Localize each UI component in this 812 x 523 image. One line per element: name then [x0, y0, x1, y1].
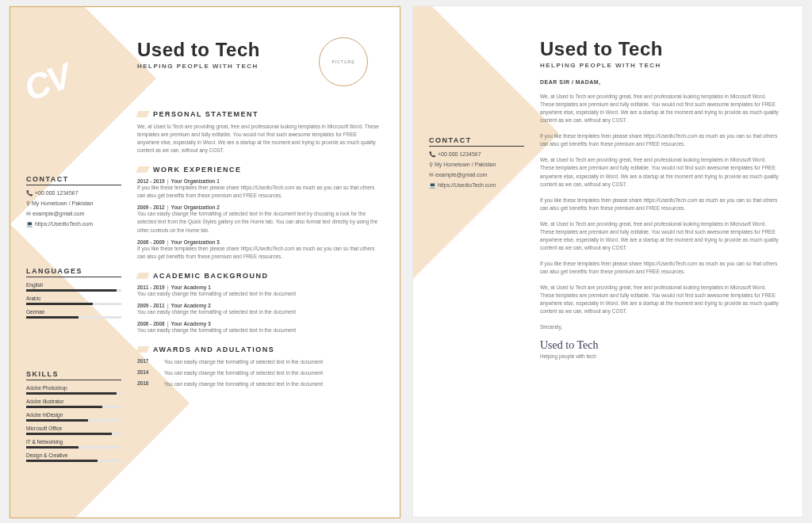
academic-entry-head: 2011 - 2019|Your Academy 1 [137, 284, 379, 290]
closing: Sincerely, [540, 323, 779, 331]
signature: Used to Tech [540, 339, 779, 352]
language-item: German [26, 309, 121, 319]
cover-paragraph: If you like these templates then please … [540, 260, 779, 276]
work-entry-head: 2009 - 2012|Your Organization 2 [137, 204, 379, 210]
cover-paragraph: We, at Used to Tech are providing great,… [540, 156, 779, 188]
work-entry-body: You can easily change the formatting of … [137, 210, 379, 234]
section-heading: SKILLS [26, 370, 121, 380]
skill-item: Adobe InDesign [26, 412, 121, 422]
contact-web: 💻 https://UsedtoTech.com [26, 221, 121, 227]
contact-location: ⚲ My Hometown / Pakistan [429, 162, 524, 168]
academic-entry-body: You can easily change the formatting of … [137, 308, 379, 316]
greeting: DEAR SIR / MADAM, [540, 79, 779, 85]
skill-item: Adobe Photoshop [26, 385, 121, 395]
work-experience: WORK EXPERIENCE 2012 - 2019|Your Organiz… [137, 166, 379, 260]
contact-phone: 📞 +00 000 1234567 [429, 151, 524, 158]
work-entry-head: 2006 - 2009|Your Organization 3 [137, 239, 379, 245]
work-entry-body: If you like these templates then please … [137, 245, 379, 261]
skill-item: Microsoft Office [26, 426, 121, 435]
photo-placeholder: PICTURE [319, 37, 368, 86]
header: Used to Tech HELPING PEOPLE WITH TECH [540, 38, 663, 69]
signature-tagline: Helping people with tech [540, 353, 779, 359]
cover-paragraph: If you like these templates then please … [540, 197, 779, 212]
contact-email: ✉ example@gmail.com [429, 172, 524, 178]
award-row: 2010You can easily change the formatting… [137, 380, 379, 388]
header: Used to Tech HELPING PEOPLE WITH TECH [137, 39, 260, 70]
flag-icon [136, 166, 150, 173]
cover-letter-body: DEAR SIR / MADAM, We, at Used to Tech ar… [540, 79, 779, 359]
contact-phone: 📞 +00 000 1234567 [26, 190, 121, 197]
academic-background: ACADEMIC BACKGROUND 2011 - 2019|Your Aca… [137, 272, 379, 334]
flag-icon [136, 346, 150, 353]
language-item: English [26, 282, 121, 292]
academic-entry-head: 2006 - 2008|Your Academy 3 [137, 321, 379, 326]
resume-page: CV Used to Tech HELPING PEOPLE WITH TECH… [10, 6, 400, 518]
languages-block: LANGUAGES EnglishArabicGerman [26, 267, 121, 319]
contact-email: ✉ example@gmail.com [26, 211, 121, 217]
work-entry-head: 2012 - 2019|Your Organization 1 [137, 178, 379, 184]
cover-paragraph: We, at Used to Tech are providing great,… [540, 93, 779, 124]
awards: AWARDS AND ADULATIONS 2017You can easily… [137, 345, 379, 388]
section-heading: CONTACT [429, 136, 524, 147]
cover-paragraph: We, at Used to Tech are providing great,… [540, 284, 779, 315]
flag-icon [136, 273, 150, 279]
academic-entry-head: 2009 - 2011|Your Academy 2 [137, 303, 379, 308]
section-heading: CONTACT [26, 175, 121, 185]
skill-item: Design & Creative [26, 452, 121, 462]
language-item: Arabic [26, 296, 121, 305]
skill-item: Adobe Illustrator [26, 399, 121, 408]
cover-paragraph: We, at Used to Tech are providing great,… [540, 220, 779, 252]
flag-icon [136, 111, 150, 117]
skill-item: IT & Networking [26, 439, 121, 449]
cover-paragraph: If you like these templates then please … [540, 132, 779, 148]
contact-block: CONTACT 📞 +00 000 1234567 ⚲ My Hometown … [429, 136, 524, 193]
work-entry-body: If you like these templates then please … [137, 184, 379, 200]
contact-location: ⚲ My Hometown / Pakistan [26, 200, 121, 207]
skills-block: SKILLS Adobe PhotoshopAdobe IllustratorA… [26, 370, 121, 462]
academic-entry-body: You can easily change the formatting of … [137, 326, 379, 334]
name: Used to Tech [137, 39, 260, 61]
section-heading: LANGUAGES [26, 267, 121, 277]
award-row: 2017You can easily change the formatting… [137, 358, 379, 366]
academic-entry-body: You can easily change the formatting of … [137, 290, 379, 298]
personal-statement: PERSONAL STATEMENT We, at Used to Tech a… [137, 110, 379, 155]
cover-letter-page: Used to Tech HELPING PEOPLE WITH TECH CO… [413, 6, 802, 517]
contact-web: 💻 https://UsedtoTech.com [429, 182, 524, 189]
tagline: HELPING PEOPLE WITH TECH [540, 62, 663, 69]
award-row: 2014You can easily change the formatting… [137, 369, 379, 377]
contact-block: CONTACT 📞 +00 000 1234567 ⚲ My Hometown … [26, 175, 121, 231]
tagline: HELPING PEOPLE WITH TECH [137, 63, 260, 70]
name: Used to Tech [540, 38, 663, 60]
main-column: PERSONAL STATEMENT We, at Used to Tech a… [137, 110, 379, 399]
